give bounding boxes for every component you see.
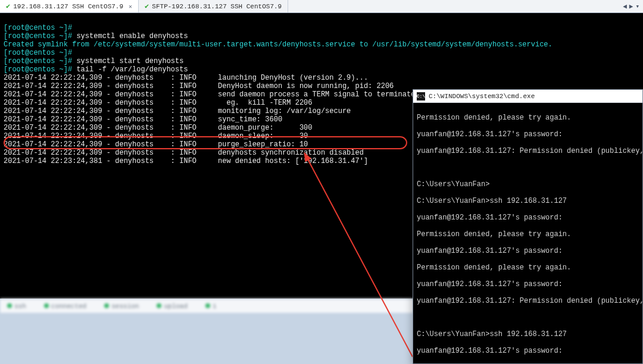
tab-nav: ◀ ▶ ▾: [623, 2, 643, 10]
cmd-line: yuanfan@192.168.31.127's password:: [417, 280, 639, 288]
close-icon[interactable]: ✕: [129, 3, 132, 10]
log-line: 2021-07-14 22:22:24,309 - denyhosts : IN…: [4, 99, 312, 107]
cmd-line: yuanfan@192.168.31.127's password:: [417, 214, 639, 222]
status-item: 1: [205, 303, 217, 310]
cmd-line: Permission denied, please try again.: [417, 230, 639, 239]
cmd-line: yuanfan@192.168.31.127's password:: [417, 247, 639, 255]
cmd-text: systemctl start denyhosts: [76, 57, 183, 65]
prompt: [root@centos ~]#: [4, 32, 76, 40]
cmd-terminal[interactable]: Permission denied, please try again. yua…: [413, 103, 642, 363]
nav-menu-icon[interactable]: ▾: [635, 2, 639, 10]
cmd-line: Permission denied, please try again.: [417, 263, 639, 272]
prompt: [root@centos ~]#: [4, 49, 76, 57]
log-line: 2021-07-14 22:22:24,309 - denyhosts : IN…: [4, 124, 312, 132]
cmd-line: yuanfan@192.168.31.127: Permission denie…: [417, 147, 639, 155]
cmd-line: yuanfan@192.168.31.127's password:: [417, 347, 639, 355]
tab-ssh-active[interactable]: ✔ 192.168.31.127 SSH CentOS7.9 ✕: [0, 0, 139, 12]
cmd-text: tail -f /var/log/denyhosts: [76, 65, 188, 74]
output-line: Created symlink from /etc/systemd/system…: [4, 40, 553, 49]
log-line: 2021-07-14 22:22:24,309 - denyhosts : IN…: [4, 149, 364, 157]
cmd-line: Permission denied, please try again.: [417, 114, 639, 122]
cmd-window[interactable]: C:\ C:\WINDOWS\system32\cmd.exe Permissi…: [413, 89, 643, 364]
prompt: [root@centos ~]#: [4, 57, 76, 65]
prompt: [root@centos ~]#: [4, 65, 76, 74]
cmd-line: C:\Users\YuanFan>: [417, 180, 639, 189]
status-item: connected: [44, 303, 86, 310]
log-line: 2021-07-14 22:22:24,309 - denyhosts : IN…: [4, 74, 368, 82]
log-line: 2021-07-14 22:22:24,309 - denyhosts : IN…: [4, 132, 308, 140]
status-item: session: [104, 303, 139, 310]
cmd-line: yuanfan@192.168.31.127: Permission denie…: [417, 297, 639, 305]
status-item: upload: [157, 303, 188, 310]
status-item: ssh: [7, 303, 26, 310]
tab-sftp[interactable]: ✔ SFTP-192.168.31.127 SSH CentOS7.9: [139, 0, 288, 12]
cmd-line: yuanfan@192.168.31.127's password:: [417, 130, 639, 139]
log-line-highlighted: 2021-07-14 22:23:24,381 - denyhosts : IN…: [4, 157, 368, 165]
tab-label: SFTP-192.168.31.127 SSH CentOS7.9: [152, 3, 282, 10]
log-line: 2021-07-14 22:22:24,309 - denyhosts : IN…: [4, 107, 351, 115]
cmd-line: C:\Users\YuanFan>ssh 192.168.31.127: [417, 197, 639, 205]
check-icon: ✔: [6, 2, 10, 11]
cmd-icon: C:\: [417, 92, 425, 101]
cmd-titlebar[interactable]: C:\ C:\WINDOWS\system32\cmd.exe: [413, 90, 642, 103]
log-line: 2021-07-14 22:22:24,309 - denyhosts : IN…: [4, 140, 308, 149]
prompt: [root@centos ~]#: [4, 24, 76, 32]
log-line: 2021-07-14 22:22:24,309 - denyhosts : IN…: [4, 90, 450, 99]
cmd-title-text: C:\WINDOWS\system32\cmd.exe: [429, 93, 535, 100]
cmd-text: systemctl enable denyhosts: [76, 32, 188, 40]
check-icon: ✔: [145, 2, 149, 11]
nav-left-icon[interactable]: ◀: [623, 2, 627, 10]
cmd-line: C:\Users\YuanFan>ssh 192.168.31.127: [417, 330, 639, 338]
log-line: 2021-07-14 22:22:24,309 - denyhosts : IN…: [4, 115, 282, 124]
tab-label: 192.168.31.127 SSH CentOS7.9: [13, 3, 123, 10]
tab-bar: ✔ 192.168.31.127 SSH CentOS7.9 ✕ ✔ SFTP-…: [0, 0, 643, 13]
log-line: 2021-07-14 22:22:24,309 - denyhosts : IN…: [4, 82, 394, 90]
nav-right-icon[interactable]: ▶: [629, 2, 633, 10]
